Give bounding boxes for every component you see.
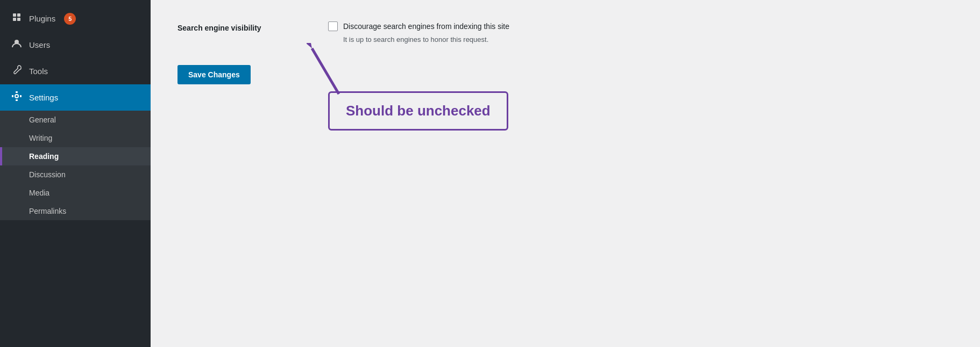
annotation-text: Should be unchecked (346, 103, 491, 119)
svg-line-11 (312, 48, 339, 94)
main-content: Search engine visibility Discourage sear… (151, 0, 980, 347)
sidebar-item-users[interactable]: Users (0, 32, 151, 58)
sidebar-item-settings[interactable]: Settings (0, 84, 151, 111)
sidebar-item-users-label: Users (29, 40, 50, 49)
svg-rect-7 (12, 95, 13, 97)
save-changes-button[interactable]: Save Changes (177, 65, 251, 84)
help-text: It is up to search engines to honor this… (343, 35, 953, 44)
checkbox-label[interactable]: Discourage search engines from indexing … (343, 22, 509, 31)
search-engine-visibility-checkbox[interactable] (328, 21, 338, 31)
submenu-item-reading[interactable]: Reading (0, 147, 151, 165)
checkbox-row: Discourage search engines from indexing … (328, 21, 953, 31)
users-icon (11, 38, 23, 52)
plugins-badge: 5 (64, 13, 76, 25)
svg-rect-3 (17, 18, 20, 21)
svg-rect-6 (16, 99, 18, 101)
svg-rect-1 (17, 13, 20, 17)
svg-rect-2 (13, 18, 16, 21)
tools-icon (11, 64, 23, 78)
annotation-arrow (307, 43, 344, 97)
sidebar-item-tools-label: Tools (29, 67, 48, 76)
submenu-item-writing[interactable]: Writing (0, 129, 151, 147)
settings-section: Search engine visibility Discourage sear… (177, 21, 953, 84)
settings-submenu: General Writing Reading Discussion Media… (0, 111, 151, 220)
submenu-item-discussion[interactable]: Discussion (0, 165, 151, 184)
svg-rect-0 (13, 13, 16, 17)
submenu-item-general[interactable]: General (0, 111, 151, 129)
sidebar-item-plugins-label: Plugins (29, 14, 55, 23)
search-engine-visibility-row: Search engine visibility Discourage sear… (177, 21, 953, 44)
plugins-icon (11, 12, 23, 25)
svg-point-9 (15, 95, 18, 98)
sidebar-item-tools[interactable]: Tools (0, 58, 151, 84)
annotation-box: Should be unchecked (328, 91, 508, 131)
sidebar-item-settings-label: Settings (29, 93, 58, 102)
field-label-search-engine-visibility: Search engine visibility (177, 21, 328, 32)
sidebar: Plugins 5 Users Tools (0, 0, 151, 347)
settings-icon (11, 91, 23, 104)
submenu-item-permalinks[interactable]: Permalinks (0, 202, 151, 220)
field-content: Discourage search engines from indexing … (328, 21, 953, 44)
svg-rect-5 (16, 91, 18, 93)
annotation-container: Should be unchecked (328, 91, 508, 131)
svg-rect-8 (20, 95, 22, 97)
submenu-item-media[interactable]: Media (0, 184, 151, 202)
sidebar-item-plugins[interactable]: Plugins 5 (0, 5, 151, 32)
